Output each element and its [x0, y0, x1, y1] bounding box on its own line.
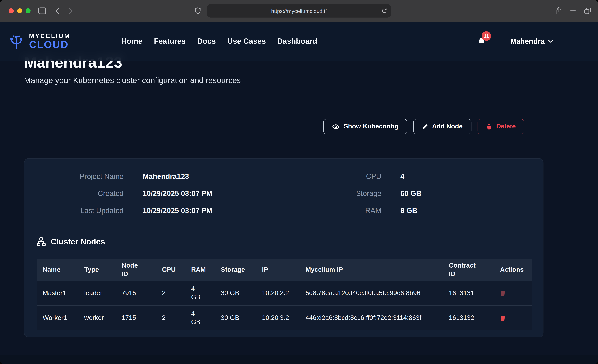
- user-menu[interactable]: Mahendra: [508, 37, 555, 46]
- ram-value: 8 GB: [400, 207, 417, 215]
- cell-type: worker: [78, 306, 116, 330]
- info-column-left: Project Name Mahendra123 Created 10/29/2…: [37, 168, 284, 219]
- cell-type: leader: [78, 281, 116, 306]
- logo[interactable]: MYCELIUM CLOUD: [8, 33, 71, 50]
- user-name: Mahendra: [510, 37, 545, 46]
- cell-mycelium-ip: 446:d2a6:8bcd:8c16:ff0f:72e2:3114:863f: [299, 306, 443, 330]
- logo-line1: MYCELIUM: [29, 33, 71, 39]
- last-updated-label: Last Updated: [37, 207, 124, 215]
- delete-node-button[interactable]: [500, 290, 506, 296]
- info-row-storage: Storage 60 GB: [284, 185, 531, 202]
- cluster-actions-row: Show Kubeconfig Add Node Delete: [324, 119, 524, 134]
- cell-name: Worker1: [37, 306, 78, 330]
- col-header-contract-id: Contract ID: [443, 259, 494, 281]
- sidebar-toggle-button[interactable]: [38, 7, 46, 15]
- show-kubeconfig-button[interactable]: Show Kubeconfig: [324, 119, 407, 134]
- pencil-icon: [422, 124, 428, 129]
- trash-icon: [486, 124, 492, 129]
- reload-button[interactable]: [382, 8, 387, 14]
- chevron-down-icon: [548, 40, 553, 43]
- footer-band: [0, 355, 598, 364]
- table-row: Worker1 worker 1715 2 4 GB 30 GB 10.20.3…: [37, 306, 532, 330]
- notifications-button[interactable]: 11: [475, 37, 488, 46]
- last-updated-value: 10/29/2025 03:07 PM: [142, 207, 212, 215]
- back-button[interactable]: [55, 8, 60, 14]
- storage-label: Storage: [284, 189, 382, 198]
- col-header-ip: IP: [256, 259, 299, 281]
- stage: Mahendra123 Manage your Kubernetes clust…: [0, 0, 598, 364]
- cell-name: Master1: [37, 281, 78, 306]
- tab-overview-button[interactable]: [584, 7, 591, 15]
- privacy-shield-icon[interactable]: [195, 7, 201, 15]
- nav-item-dashboard[interactable]: Dashboard: [277, 37, 317, 46]
- window-controls: [9, 8, 31, 13]
- address-bar[interactable]: https://myceliumcloud.tf: [207, 4, 391, 17]
- nav-item-home[interactable]: Home: [121, 37, 142, 46]
- info-row-created: Created 10/29/2025 03:07 PM: [37, 185, 284, 202]
- cluster-nodes-heading: Cluster Nodes: [37, 237, 105, 246]
- delete-node-button[interactable]: [500, 315, 506, 321]
- info-column-right: CPU 4 Storage 60 GB RAM 8 GB: [284, 168, 531, 219]
- trash-icon: [500, 290, 506, 296]
- info-row-ram: RAM 8 GB: [284, 202, 531, 219]
- fullscreen-button[interactable]: [25, 8, 31, 13]
- col-header-name: Name: [37, 259, 78, 281]
- cpu-value: 4: [400, 172, 405, 181]
- cluster-info-grid: Project Name Mahendra123 Created 10/29/2…: [37, 168, 531, 219]
- desktop-background: Mahendra123 Manage your Kubernetes clust…: [0, 0, 598, 364]
- nav-item-use-cases[interactable]: Use Cases: [227, 37, 266, 46]
- cell-ram: 4 GB: [185, 281, 215, 306]
- cell-storage: 30 GB: [215, 281, 256, 306]
- address-bar-area: https://myceliumcloud.tf: [207, 4, 391, 17]
- safari-window: Mahendra123 Manage your Kubernetes clust…: [0, 0, 598, 364]
- trash-icon: [500, 315, 506, 321]
- col-header-ram: RAM: [185, 259, 215, 281]
- forward-button[interactable]: [68, 8, 73, 14]
- add-node-button[interactable]: Add Node: [413, 119, 471, 134]
- col-header-storage: Storage: [215, 259, 256, 281]
- logo-text: MYCELIUM CLOUD: [29, 33, 71, 50]
- project-name-value: Mahendra123: [142, 172, 189, 181]
- cell-actions: [494, 306, 532, 330]
- minimize-button[interactable]: [17, 8, 22, 13]
- toolbar-right-group: [556, 0, 591, 22]
- col-header-mycelium-ip: Mycelium IP: [299, 259, 443, 281]
- close-button[interactable]: [9, 8, 14, 13]
- cell-storage: 30 GB: [215, 306, 256, 330]
- storage-value: 60 GB: [400, 189, 421, 198]
- cell-actions: [494, 281, 532, 306]
- cell-cpu: 2: [156, 281, 185, 306]
- cluster-nodes-icon: [37, 237, 46, 246]
- table-row: Master1 leader 7915 2 4 GB 30 GB 10.20.2…: [37, 281, 532, 306]
- delete-cluster-button[interactable]: Delete: [478, 119, 524, 134]
- cell-contract-id: 1613131: [443, 281, 494, 306]
- browser-toolbar: https://myceliumcloud.tf: [0, 0, 598, 22]
- info-row-last-updated: Last Updated 10/29/2025 03:07 PM: [37, 202, 284, 219]
- logo-line2: CLOUD: [29, 39, 71, 50]
- info-row-cpu: CPU 4: [284, 168, 531, 185]
- col-header-node-id: Node ID: [116, 259, 156, 281]
- share-button[interactable]: [556, 7, 562, 15]
- web-page: Mahendra123 Manage your Kubernetes clust…: [0, 22, 598, 364]
- cell-mycelium-ip: 5d8:78ea:a120:f40c:ff0f:a5fe:99e6:8b96: [299, 281, 443, 306]
- show-kubeconfig-label: Show Kubeconfig: [344, 123, 399, 130]
- add-node-label: Add Node: [432, 123, 463, 130]
- notification-badge: 11: [482, 31, 491, 41]
- mycelium-logo-icon: [8, 33, 25, 50]
- nav-item-features[interactable]: Features: [154, 37, 186, 46]
- cell-ram: 4 GB: [185, 306, 215, 330]
- table-body: Master1 leader 7915 2 4 GB 30 GB 10.20.2…: [37, 281, 532, 330]
- ram-label: RAM: [284, 207, 382, 215]
- col-header-cpu: CPU: [156, 259, 185, 281]
- eye-icon: [332, 123, 340, 130]
- table-header-row: Name Type Node ID CPU RAM Storage IP Myc…: [37, 259, 532, 281]
- url-text: https://myceliumcloud.tf: [271, 8, 327, 14]
- cell-contract-id: 1613132: [443, 306, 494, 330]
- toolbar-left-group: [38, 7, 73, 15]
- cluster-details-card: Project Name Mahendra123 Created 10/29/2…: [24, 158, 544, 338]
- site-header: MYCELIUM CLOUD Home Features Docs Use Ca…: [0, 22, 598, 61]
- page-subtitle: Manage your Kubernetes cluster configura…: [24, 76, 241, 85]
- project-name-label: Project Name: [37, 172, 124, 181]
- new-tab-button[interactable]: [570, 8, 576, 14]
- nav-item-docs[interactable]: Docs: [197, 37, 216, 46]
